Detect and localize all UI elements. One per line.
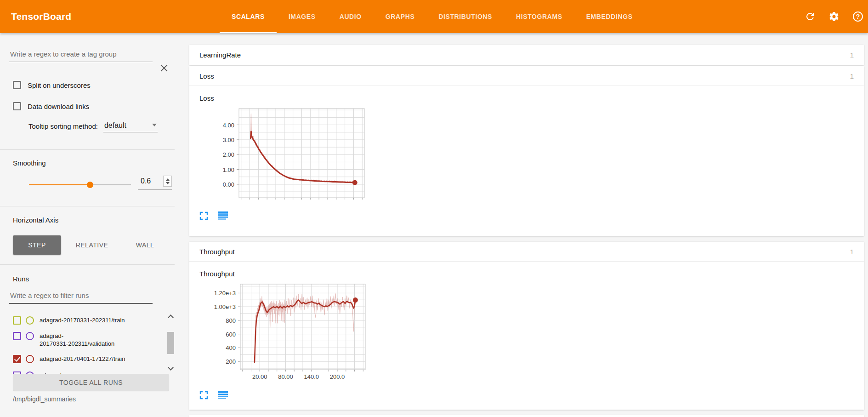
loss-chart[interactable]: 0.001.002.003.004.00 [189,105,373,210]
help-icon[interactable]: ? [852,11,863,22]
refresh-icon[interactable] [805,11,816,22]
section-header-throughput[interactable]: Throughput 1 [189,242,864,262]
tab-bar: SCALARS IMAGES AUDIO GRAPHS DISTRIBUTION… [220,0,645,33]
chevron-down-icon [152,124,157,126]
horizontal-axis-label: Horizontal Axis [13,216,58,224]
chart-actions [199,391,864,400]
divider [0,149,175,150]
section-throughput: Throughput 1 Throughput 2004006008001.00… [189,242,864,410]
run-color-circle[interactable] [26,355,34,363]
checkbox-icon [13,102,21,110]
axis-wall-button[interactable]: WALL [123,235,167,255]
run-row[interactable]: adagrad-20170331-202311/validation [13,332,114,348]
section-body-throughput: Throughput 2004006008001.00e+31.20e+320.… [189,262,864,410]
slider-fill [29,184,90,185]
section-body-loss: Loss 0.001.002.003.004.00 [189,86,864,236]
section-title: Loss [199,72,214,80]
section-title: LearningRate [199,51,241,59]
app-header: TensorBoard SCALARS IMAGES AUDIO GRAPHS … [0,0,868,33]
smoothing-value-field: 0.6 [138,176,172,190]
sidebar: Split on underscores Data download links… [0,33,182,417]
scrollbar-thumb[interactable] [167,332,174,354]
tag-filter-input[interactable] [9,47,153,62]
run-checkbox[interactable] [13,332,21,340]
axis-relative-button[interactable]: RELATIVE [64,235,119,255]
option-label: Data download links [28,103,89,110]
gear-icon[interactable] [828,11,840,22]
svg-text:200.0: 200.0 [330,373,345,380]
expand-data-icon[interactable] [218,391,228,400]
smoothing-label: Smoothing [13,159,46,167]
svg-text:140.0: 140.0 [304,373,319,380]
section-title: Throughput [199,248,235,256]
section-header-loss[interactable]: Loss 1 [189,66,864,86]
runs-list: adagrad-20170331-202311/train adagrad-20… [0,311,182,374]
svg-text:800: 800 [226,317,236,324]
svg-text:20.00: 20.00 [252,373,267,380]
fullscreen-icon[interactable] [199,211,208,220]
run-checkbox[interactable] [13,316,21,325]
tab-images[interactable]: IMAGES [277,0,328,33]
tab-embeddings[interactable]: EMBEDDINGS [574,0,645,33]
run-checkbox[interactable] [13,355,21,363]
tab-distributions[interactable]: DISTRIBUTIONS [426,0,504,33]
svg-text:3.00: 3.00 [223,137,234,143]
tooltip-sorting-row: Tooltip sorting method: default [28,121,158,132]
tab-audio[interactable]: AUDIO [328,0,374,33]
section-learningrate: LearningRate 1 [189,45,864,65]
run-row[interactable]: adagrad-20170401-171227/train [13,355,125,363]
svg-text:600: 600 [226,331,236,338]
divider [0,206,175,206]
section-header-learningrate[interactable]: LearningRate 1 [189,45,864,65]
run-color-circle[interactable] [26,316,34,325]
runs-scrollbar[interactable] [167,314,175,371]
slider-thumb[interactable] [87,182,93,188]
dropdown-value: default [104,121,126,130]
run-name: adagrad-20170331-202311/train [40,316,125,324]
tooltip-sorting-dropdown[interactable]: default [103,121,158,132]
tab-histograms[interactable]: HISTOGRAMS [504,0,574,33]
tab-scalars[interactable]: SCALARS [220,0,277,33]
toggle-all-runs-button[interactable]: TOGGLE ALL RUNS [13,374,169,391]
svg-text:2.00: 2.00 [223,151,234,158]
split-underscores-checkbox[interactable]: Split on underscores [13,81,91,89]
log-directory-path: /tmp/bigdl_summaries [13,395,76,403]
axis-step-button[interactable]: STEP [13,235,61,255]
runs-filter-input[interactable] [9,289,153,304]
expand-data-icon[interactable] [218,211,228,220]
chart-title: Throughput [189,262,864,278]
checkbox-icon [13,81,21,89]
step-up-icon [166,178,170,181]
data-download-checkbox[interactable]: Data download links [13,102,89,110]
next-section-card-partial[interactable] [189,415,864,417]
runs-label: Runs [13,275,29,283]
close-icon[interactable] [157,61,171,75]
step-down-icon [166,182,170,184]
section-count-badge: 1 [850,248,854,256]
run-color-circle[interactable] [26,332,34,340]
svg-text:1.00e+3: 1.00e+3 [214,303,236,310]
header-actions: ? [805,0,863,33]
smoothing-slider[interactable] [29,181,131,189]
section-loss: Loss 1 Loss 0.001.002.003.004.00 [189,66,864,236]
scroll-up-icon[interactable] [168,314,174,320]
main-content: LearningRate 1 Loss 1 Loss 0.001.002.003… [189,33,864,417]
section-count-badge: 1 [850,72,854,80]
throughput-chart[interactable]: 2004006008001.00e+31.20e+320.0080.00140.… [189,280,373,389]
tooltip-sorting-label: Tooltip sorting method: [28,122,98,132]
number-stepper[interactable] [163,176,172,187]
svg-text:4.00: 4.00 [223,122,234,129]
svg-text:0.00: 0.00 [223,181,234,188]
chart-title: Loss [189,86,864,102]
svg-text:200: 200 [226,358,236,365]
fullscreen-icon[interactable] [199,391,208,400]
run-row[interactable]: adagrad-20170331-202311/train [13,316,125,325]
tab-graphs[interactable]: GRAPHS [374,0,427,33]
svg-text:1.00: 1.00 [223,166,234,173]
smoothing-value: 0.6 [138,177,151,185]
svg-text:1.20e+3: 1.20e+3 [214,290,236,297]
app-title: TensorBoard [11,0,71,33]
scroll-down-icon[interactable] [168,365,174,371]
option-label: Split on underscores [28,81,91,89]
svg-text:400: 400 [226,344,236,351]
